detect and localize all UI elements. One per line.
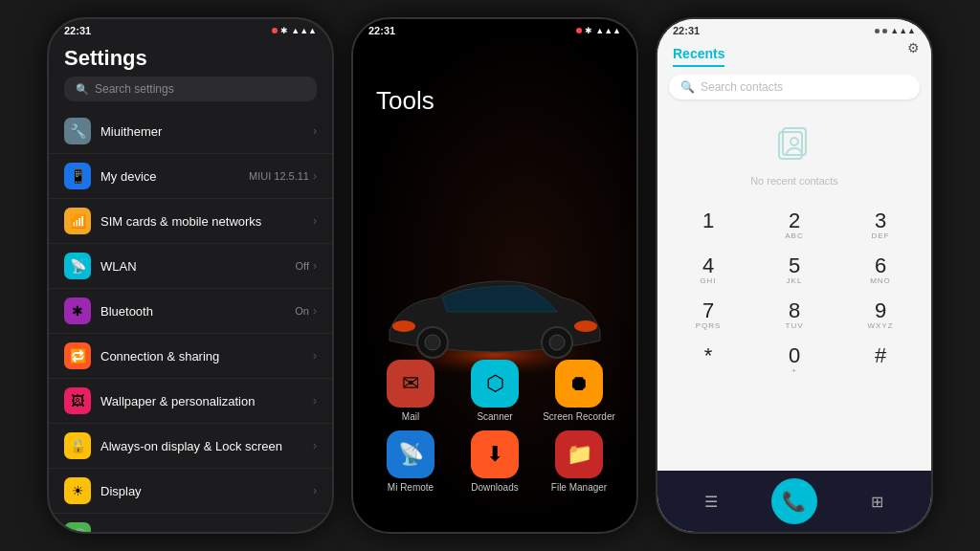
- status-time-1: 22:31: [64, 25, 91, 36]
- tool-screen-recorder[interactable]: ⏺ Screen Recorder: [541, 360, 617, 423]
- chevron-icon: ›: [313, 484, 317, 497]
- chevron-icon: ›: [313, 529, 317, 532]
- wlan-value: Off: [296, 260, 309, 272]
- svg-point-6: [549, 335, 565, 350]
- chevron-icon: ›: [313, 349, 317, 363]
- tool-mi-remote[interactable]: 📡 Mi Remote: [372, 430, 449, 494]
- numpad-key-4[interactable]: 4 GHI: [665, 248, 751, 293]
- signal-icon-3: ▲▲▲: [890, 26, 916, 35]
- wifi-dot-icon: [875, 29, 880, 33]
- chevron-icon: ›: [313, 259, 317, 273]
- dialer-nav-bar: ☰ 📞 ⊞: [657, 471, 931, 532]
- chevron-icon: ›: [313, 124, 317, 138]
- status-icons-2: ✱ ▲▲▲: [576, 26, 621, 35]
- numpad-key-star[interactable]: *: [665, 338, 751, 383]
- mydevice-value: MIUI 12.5.11: [249, 170, 309, 182]
- miuithemer-icon: 🔧: [64, 118, 91, 144]
- file-manager-label: File Manager: [551, 482, 607, 494]
- settings-search-bar[interactable]: 🔍 Search settings: [64, 77, 317, 101]
- tools-title: Tools: [376, 86, 434, 116]
- mail-icon: ✉: [387, 360, 434, 408]
- mail-label: Mail: [402, 411, 419, 423]
- settings-item-bluetooth[interactable]: ✱ Bluetooth On ›: [49, 289, 332, 334]
- svg-point-2: [574, 320, 597, 332]
- numpad-key-9[interactable]: 9 WXYZ: [837, 293, 924, 338]
- tool-scanner[interactable]: ⬡ Scanner: [457, 360, 533, 423]
- settings-item-miuithemer[interactable]: 🔧 Miuithemer ›: [49, 109, 332, 154]
- status-dot-1: [272, 28, 278, 33]
- tools-grid: ✉ Mail ⬡ Scanner ⏺ Screen Recorder 📡 Mi …: [353, 360, 636, 494]
- display-label: Display: [100, 484, 313, 498]
- wlan-icon: 📡: [64, 253, 91, 279]
- search-icon: 🔍: [76, 83, 89, 96]
- settings-item-sim[interactable]: 📶 SIM cards & mobile networks ›: [49, 199, 332, 244]
- miuithemer-label: Miuithemer: [100, 124, 313, 139]
- tab-recents[interactable]: Recents: [673, 42, 724, 67]
- phone-settings: 22:31 ✱ ▲▲▲ Settings 🔍 Search settings 🔧…: [47, 17, 334, 534]
- connection-icon: 🔁: [64, 342, 91, 369]
- nav-apps-button[interactable]: ⊞: [860, 484, 895, 518]
- chevron-icon: ›: [313, 169, 317, 183]
- search-settings-label: Search settings: [95, 82, 174, 96]
- no-contacts-icon: [775, 124, 813, 171]
- settings-item-mydevice[interactable]: 📱 My device MIUI 12.5.11 ›: [49, 154, 332, 199]
- chevron-icon: ›: [313, 304, 317, 318]
- settings-header: Settings 🔍 Search settings: [49, 38, 332, 105]
- screen-recorder-icon: ⏺: [555, 360, 603, 408]
- settings-list: 🔧 Miuithemer › 📱 My device MIUI 12.5.11 …: [49, 105, 332, 532]
- tool-downloads[interactable]: ⬇ Downloads: [457, 430, 533, 494]
- svg-point-1: [392, 320, 415, 332]
- sound-icon: 🔊: [64, 522, 91, 532]
- call-button[interactable]: 📞: [771, 478, 817, 524]
- screen-recorder-label: Screen Recorder: [543, 411, 615, 423]
- settings-item-wallpaper[interactable]: 🖼 Wallpaper & personalization ›: [49, 379, 332, 424]
- numpad-key-5[interactable]: 5 JKL: [751, 248, 837, 293]
- settings-item-wlan[interactable]: 📡 WLAN Off ›: [49, 244, 332, 289]
- numpad-key-hash[interactable]: #: [837, 338, 924, 383]
- scanner-label: Scanner: [477, 411, 512, 423]
- lockscreen-label: Always-on display & Lock screen: [100, 439, 313, 453]
- svg-point-5: [425, 335, 440, 350]
- contacts-search-placeholder: Search contacts: [701, 80, 783, 94]
- numpad-key-0[interactable]: 0 +: [751, 338, 837, 383]
- sim-icon: 📶: [64, 208, 91, 234]
- numpad-key-1[interactable]: 1: [665, 203, 751, 248]
- wallpaper-label: Wallpaper & personalization: [100, 394, 313, 408]
- tool-mail[interactable]: ✉ Mail: [372, 360, 449, 423]
- nav-menu-button[interactable]: ☰: [694, 484, 728, 518]
- dialer-tabs: Recents: [657, 38, 931, 67]
- svg-point-9: [791, 138, 798, 145]
- bluetooth-icon-2: ✱: [585, 26, 592, 35]
- numpad-key-2[interactable]: 2 ABC: [751, 203, 837, 248]
- contacts-search-bar[interactable]: 🔍 Search contacts: [669, 75, 920, 99]
- mi-remote-label: Mi Remote: [388, 482, 434, 494]
- tool-file-manager[interactable]: 📁 File Manager: [541, 430, 617, 494]
- wlan-label: WLAN: [100, 259, 296, 274]
- mi-remote-icon: 📡: [387, 430, 434, 478]
- bt-icon: ✱: [64, 298, 91, 324]
- numpad-key-7[interactable]: 7 PQRS: [665, 293, 751, 338]
- sound-label: Sound & vibration: [100, 529, 313, 533]
- connection-label: Connection & sharing: [100, 349, 313, 364]
- status-bar-2: 22:31 ✱ ▲▲▲: [353, 19, 636, 38]
- settings-item-connection[interactable]: 🔁 Connection & sharing ›: [49, 334, 332, 379]
- numpad: 1 2 ABC 3 DEF 4 GHI 5 JKL 6 MNO: [657, 203, 931, 383]
- phone-tools: 22:31 ✱ ▲▲▲ Tools ✉ Mail ⬡ Scanner ⏺ Scr…: [351, 17, 638, 534]
- settings-gear-icon[interactable]: ⚙: [907, 40, 920, 55]
- scanner-icon: ⬡: [471, 360, 519, 408]
- file-manager-icon: 📁: [555, 430, 603, 478]
- signal-icon-2: ▲▲▲: [595, 26, 621, 35]
- settings-item-display[interactable]: ☀ Display ›: [49, 469, 332, 514]
- wifi-dot-icon-2: [882, 29, 887, 33]
- chevron-icon: ›: [313, 439, 317, 452]
- settings-item-lockscreen[interactable]: 🔒 Always-on display & Lock screen ›: [49, 424, 332, 469]
- numpad-key-8[interactable]: 8 TUV: [751, 293, 837, 338]
- status-icons-3: ▲▲▲: [875, 26, 916, 35]
- status-bar-3: 22:31 ▲▲▲: [657, 19, 931, 38]
- chevron-icon: ›: [313, 214, 317, 228]
- wallpaper-icon: 🖼: [64, 387, 91, 414]
- numpad-key-3[interactable]: 3 DEF: [837, 203, 924, 248]
- numpad-key-6[interactable]: 6 MNO: [837, 248, 924, 293]
- settings-item-sound[interactable]: 🔊 Sound & vibration ›: [49, 514, 332, 532]
- bluetooth-icon: ✱: [280, 26, 288, 35]
